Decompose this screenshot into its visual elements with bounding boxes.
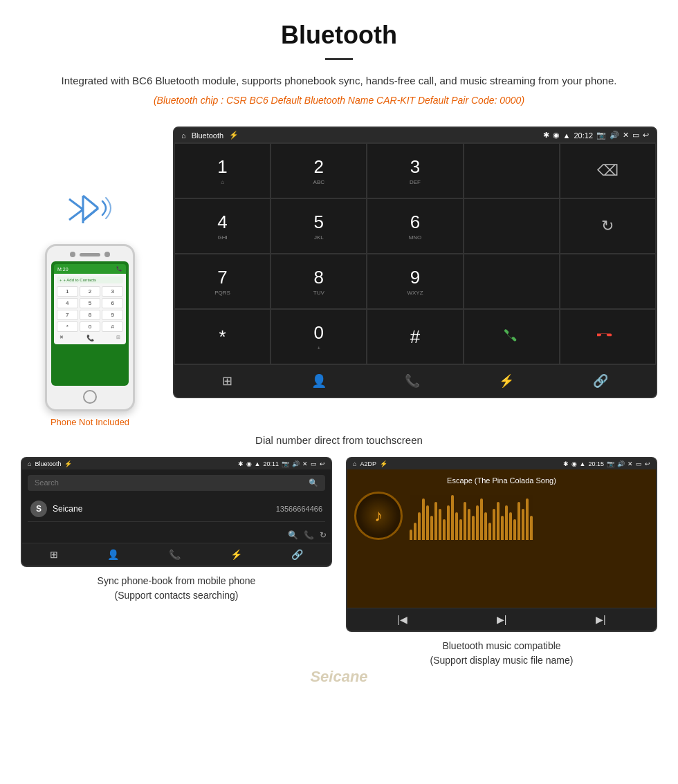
phonebook-search[interactable]: Search 🔍 <box>28 475 325 491</box>
phonebook-statusbar: ⌂ Bluetooth ⚡ ✱ ◉ ▲ 20:11 📷 🔊 ✕ ▭ ↩ <box>22 458 331 469</box>
music-next-icon[interactable]: ▶| <box>596 614 606 625</box>
dial-call-button[interactable] <box>464 309 560 364</box>
dial-empty-4 <box>560 254 656 309</box>
music-title: A2DP <box>360 460 376 467</box>
dialer-screen: ⌂ Bluetooth ⚡ ✱ ◉ ▲ 20:12 📷 🔊 ✕ ▭ ↩ <box>173 127 657 398</box>
header-divider <box>325 58 353 60</box>
pb-link-icon[interactable]: 🔗 <box>291 549 303 560</box>
phonebook-body: Search 🔍 S Seicane 13566664466 <box>22 469 331 528</box>
phone-mockup: M:20 📞 + + Add to Contacts 1 2 3 4 5 6 <box>45 244 135 411</box>
music-main-area: ♪ <box>354 492 649 540</box>
music-song-title: Escape (The Pina Colada Song) <box>447 476 556 485</box>
pb-back-icon: ↩ <box>320 460 325 467</box>
home-icon: ⌂ <box>181 131 186 140</box>
search-icon[interactable]: 🔍 <box>309 478 318 487</box>
back-icon: ↩ <box>643 131 649 140</box>
dialer-section: ⌂ Bluetooth ⚡ ✱ ◉ ▲ 20:12 📷 🔊 ✕ ▭ ↩ <box>173 127 657 398</box>
dial-empty-2 <box>464 198 560 254</box>
dial-key-7[interactable]: 7 PQRS <box>174 254 271 309</box>
dial-key-3[interactable]: 3 DEF <box>367 143 463 198</box>
pb-grid-icon[interactable]: ⊞ <box>50 549 58 560</box>
dial-key-1[interactable]: 1 ⌂ <box>174 143 271 198</box>
bottom-row: ⌂ Bluetooth ⚡ ✱ ◉ ▲ 20:11 📷 🔊 ✕ ▭ ↩ <box>0 457 678 682</box>
music-controls: |◀ ▶| ▶| <box>347 608 656 631</box>
pb-bt-icon: ✱ <box>238 460 244 467</box>
pb-bt-bottom-icon[interactable]: ⚡ <box>230 549 242 560</box>
phonebook-screen: ⌂ Bluetooth ⚡ ✱ ◉ ▲ 20:11 📷 🔊 ✕ ▭ ↩ <box>21 457 332 567</box>
pb-vol-icon: 🔊 <box>292 460 300 467</box>
dial-backspace-button[interactable]: ⌫ <box>560 143 656 198</box>
page-title: Bluetooth <box>42 21 636 50</box>
svg-line-3 <box>83 208 98 221</box>
music-usb-icon: ⚡ <box>380 460 387 467</box>
music-back-icon: ↩ <box>645 460 650 467</box>
dialer-title: Bluetooth <box>192 131 223 140</box>
svg-line-1 <box>83 196 98 208</box>
dialer-bottom-bar: ⊞ 👤 📞 ⚡ 🔗 <box>174 364 656 397</box>
camera-icon: 📷 <box>596 131 606 140</box>
link-icon[interactable]: 🔗 <box>593 373 608 389</box>
music-close-icon: ✕ <box>627 460 633 467</box>
keypad-icon[interactable]: ⊞ <box>222 373 232 389</box>
dial-key-star[interactable]: * <box>174 309 271 364</box>
phone-section: M:20 📞 + + Add to Contacts 1 2 3 4 5 6 <box>21 127 159 427</box>
music-album-art: ♪ <box>354 492 403 540</box>
dial-key-8[interactable]: 8 TUV <box>271 254 367 309</box>
music-caption: Bluetooth music compatible (Support disp… <box>430 639 574 668</box>
music-signal-icon: ▲ <box>580 460 586 467</box>
dialer-caption: Dial number direct from touchscreen <box>0 427 678 457</box>
phone-keypad: 1 2 3 4 5 6 7 8 9 * 0 # <box>57 286 123 332</box>
dial-key-4[interactable]: 4 GHI <box>174 198 271 254</box>
bluetooth-icon[interactable]: ⚡ <box>499 373 514 389</box>
call-log-icon[interactable]: 📞 <box>405 373 420 389</box>
pb-close-icon: ✕ <box>302 460 308 467</box>
dialer-statusbar: ⌂ Bluetooth ⚡ ✱ ◉ ▲ 20:12 📷 🔊 ✕ ▭ ↩ <box>174 128 656 142</box>
pb-window-icon: ▭ <box>311 460 317 467</box>
window-icon: ▭ <box>632 131 639 140</box>
music-time: 20:15 <box>588 460 604 467</box>
usb-icon: ⚡ <box>229 131 239 140</box>
seicane-watermark: Seicane <box>0 668 678 693</box>
phone-not-included-label: Phone Not Included <box>51 417 129 427</box>
dial-empty-3 <box>464 254 560 309</box>
dial-refresh-button[interactable]: ↻ <box>560 198 656 254</box>
dial-key-2[interactable]: 2 ABC <box>271 143 367 198</box>
search-placeholder: Search <box>35 478 59 487</box>
pb-call-icon[interactable]: 📞 <box>169 549 181 560</box>
pb-cam-icon: 📷 <box>282 460 289 467</box>
music-prev-icon[interactable]: |◀ <box>397 614 407 625</box>
music-play-icon[interactable]: ▶| <box>497 614 507 625</box>
pb-loc-icon: ◉ <box>246 460 252 467</box>
add-contact-label: + Add to Contacts <box>64 278 97 282</box>
dial-key-9[interactable]: 9 WXYZ <box>367 254 463 309</box>
pb-signal-icon: ▲ <box>255 460 261 467</box>
main-content: M:20 📞 + + Add to Contacts 1 2 3 4 5 6 <box>0 120 678 427</box>
volume-icon: 🔊 <box>610 131 619 140</box>
contact-avatar: S <box>30 501 47 517</box>
phonebook-contact-row[interactable]: S Seicane 13566664466 <box>28 496 325 522</box>
pb-phone-right-icon[interactable]: 📞 <box>304 530 314 540</box>
music-note-icon: ♪ <box>374 506 383 525</box>
music-bt-icon: ✱ <box>563 460 569 467</box>
music-loc-icon: ◉ <box>571 460 577 467</box>
pb-time: 20:11 <box>263 460 279 467</box>
pb-home-icon: ⌂ <box>28 460 31 467</box>
svg-line-5 <box>69 209 83 220</box>
dial-key-6[interactable]: 6 MNO <box>367 198 463 254</box>
music-equalizer <box>410 492 649 540</box>
pb-search-right-icon[interactable]: 🔍 <box>288 530 298 540</box>
pb-person-icon[interactable]: 👤 <box>107 549 119 560</box>
dial-key-5[interactable]: 5 JKL <box>271 198 367 254</box>
dial-display <box>464 143 560 198</box>
dial-key-hash[interactable]: # <box>367 309 463 364</box>
pb-refresh-right-icon[interactable]: ↻ <box>320 530 327 540</box>
dial-key-0[interactable]: 0 + <box>271 309 367 364</box>
dial-end-button[interactable] <box>560 309 656 364</box>
music-screen: ⌂ A2DP ⚡ ✱ ◉ ▲ 20:15 📷 🔊 ✕ ▭ ↩ E <box>346 457 657 632</box>
contacts-icon[interactable]: 👤 <box>311 373 327 389</box>
header-specs: (Bluetooth chip : CSR BC6 Default Blueto… <box>42 95 636 106</box>
music-cam-icon: 📷 <box>607 460 614 467</box>
bt-status-icon: ✱ <box>543 131 549 140</box>
phonebook-caption: Sync phone-book from mobile phone (Suppo… <box>98 574 256 603</box>
music-home-icon: ⌂ <box>353 460 356 467</box>
